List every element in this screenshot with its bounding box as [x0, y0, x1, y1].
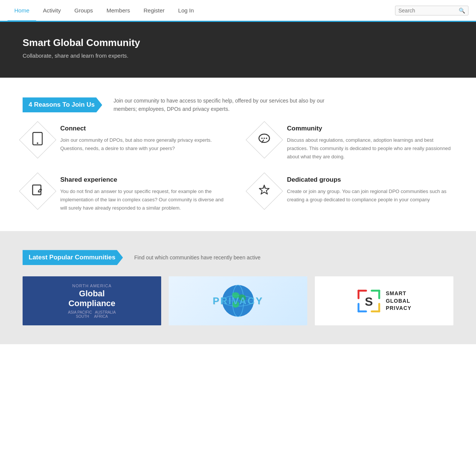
hero-section: Smart Global Community Collaborate, shar…: [0, 22, 476, 78]
diamond-shape: [19, 121, 56, 158]
gc-card-content: NORTH AMERICA GlobalCompliance ASIA PACI…: [68, 283, 116, 319]
nav-home[interactable]: Home: [8, 0, 36, 21]
sgp-card-image: S SMARTGLOBALPRIVACY: [315, 276, 453, 325]
connect-desc: Join our community of DPOs, but also mor…: [60, 136, 227, 153]
community-icon-wrapper: [249, 125, 279, 155]
latest-section: Latest Popular Communities Find out whic…: [0, 231, 476, 344]
svg-point-3: [261, 137, 263, 139]
hero-subtitle: Collaborate, share and learn from expert…: [23, 52, 453, 59]
latest-badge: Latest Popular Communities: [23, 250, 123, 265]
nav-links: Home Activity Groups Members Register Lo…: [8, 0, 395, 20]
shared-text: Shared experience You do not find an ans…: [60, 176, 227, 212]
search-icon: 🔍: [459, 8, 465, 14]
shared-title: Shared experience: [60, 176, 227, 184]
feature-shared: Shared experience You do not find an ans…: [23, 176, 227, 212]
nav-members[interactable]: Members: [100, 0, 137, 20]
connect-text: Connect Join our community of DPOs, but …: [60, 125, 227, 153]
shared-desc: You do not find an answer to your specif…: [60, 187, 227, 212]
privacy-card-image: PRIVACY: [169, 276, 307, 325]
star-icon: [258, 184, 270, 199]
sgp-card-bg: S SMARTGLOBALPRIVACY: [315, 276, 453, 325]
feature-community: Community Discuss about regulations, com…: [249, 125, 453, 161]
privacy-card-bg: PRIVACY: [169, 276, 307, 325]
hero-title: Smart Global Community: [23, 37, 453, 49]
search-box: 🔍: [395, 6, 468, 15]
diamond-shape: [246, 173, 283, 210]
features-grid: Connect Join our community of DPOs, but …: [23, 125, 453, 213]
main-content: 4 Reasons To Join Us Join our community …: [0, 78, 476, 231]
search-input[interactable]: [398, 8, 459, 14]
nav-groups[interactable]: Groups: [68, 0, 100, 20]
groups-icon-wrapper: [249, 176, 279, 206]
reasons-badge: 4 Reasons To Join Us: [23, 97, 102, 112]
privacy-label: PRIVACY: [213, 295, 264, 307]
nav-register[interactable]: Register: [137, 0, 171, 20]
diamond-shape: [246, 121, 283, 158]
community-card-global-compliance[interactable]: NORTH AMERICA GlobalCompliance ASIA PACI…: [23, 276, 161, 325]
connect-title: Connect: [60, 125, 227, 132]
gc-title: GlobalCompliance: [68, 289, 116, 309]
community-text: Community Discuss about regulations, com…: [287, 125, 453, 161]
gc-card-bg: NORTH AMERICA GlobalCompliance ASIA PACI…: [23, 276, 161, 325]
edit-icon: [32, 184, 43, 198]
chat-icon: [258, 133, 270, 147]
latest-description: Find out which communities have recently…: [134, 253, 260, 262]
gc-north-america-label: NORTH AMERICA: [68, 283, 116, 288]
feature-groups: Dedicated groups Create or join any grou…: [249, 176, 453, 212]
community-title: Community: [287, 125, 453, 132]
gc-regions: ASIA PACIFIC AUSTRALIASOUTH AFRICA: [68, 310, 116, 319]
svg-point-4: [264, 137, 265, 139]
community-card-sgp[interactable]: S SMARTGLOBALPRIVACY: [315, 276, 453, 325]
reasons-description: Join our community to have access to spe…: [113, 97, 339, 113]
nav-login[interactable]: Log In: [171, 0, 201, 20]
feature-connect: Connect Join our community of DPOs, but …: [23, 125, 227, 161]
tablet-icon: [32, 132, 43, 148]
svg-text:S: S: [365, 295, 373, 308]
navigation: Home Activity Groups Members Register Lo…: [0, 0, 476, 22]
reasons-header: 4 Reasons To Join Us Join our community …: [23, 97, 453, 113]
sgp-logo: S: [357, 289, 381, 313]
sgp-name: SMARTGLOBALPRIVACY: [386, 290, 411, 312]
groups-text: Dedicated groups Create or join any grou…: [287, 176, 453, 204]
communities-grid: NORTH AMERICA GlobalCompliance ASIA PACI…: [23, 276, 453, 325]
latest-header: Latest Popular Communities Find out whic…: [23, 250, 453, 265]
nav-activity[interactable]: Activity: [36, 0, 68, 20]
community-desc: Discuss about regulations, compliance, a…: [287, 136, 453, 161]
groups-title: Dedicated groups: [287, 176, 453, 184]
connect-icon-wrapper: [23, 125, 53, 155]
svg-point-1: [37, 142, 38, 144]
diamond-shape: [19, 173, 56, 210]
svg-point-5: [266, 137, 267, 139]
shared-icon-wrapper: [23, 176, 53, 206]
sgp-text-label: SMARTGLOBALPRIVACY: [386, 290, 411, 311]
groups-desc: Create or join any group. You can join r…: [287, 187, 453, 204]
gc-card-image: NORTH AMERICA GlobalCompliance ASIA PACI…: [23, 276, 161, 325]
community-card-privacy[interactable]: PRIVACY: [169, 276, 307, 325]
